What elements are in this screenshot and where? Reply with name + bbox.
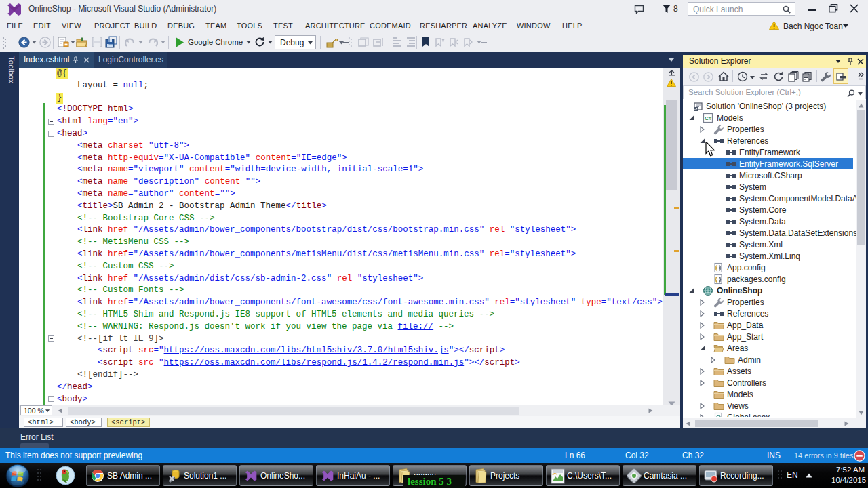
svg-text:C#: C#	[705, 115, 712, 121]
